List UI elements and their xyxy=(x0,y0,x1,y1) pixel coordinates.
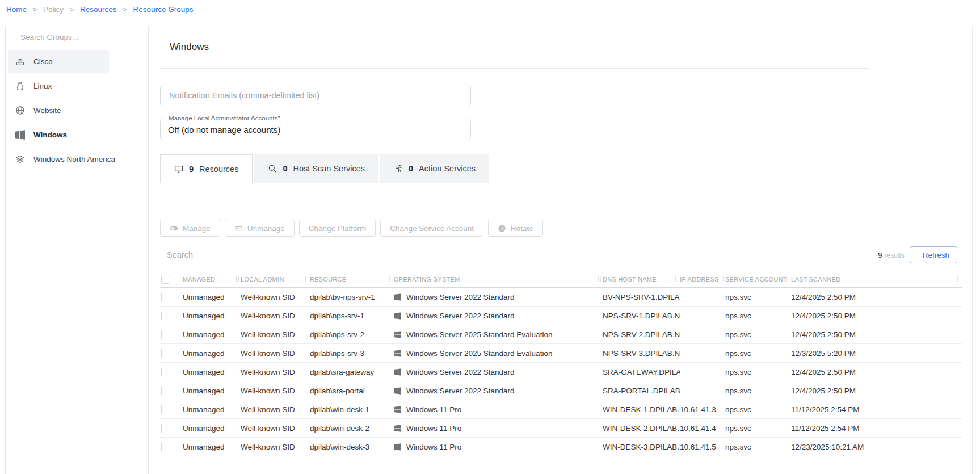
table-header-row: MANAGEDLOCAL ADMINRESOURCEOPERATING SYST… xyxy=(160,271,962,288)
breadcrumb-item-resource-groups[interactable]: Resource Groups xyxy=(133,5,194,14)
windows-icon xyxy=(394,443,401,451)
windows-icon xyxy=(394,368,401,376)
column-header-service-account[interactable]: SERVICE ACCOUNT xyxy=(725,271,791,287)
cell-resource: dpilab\nps-srv-2 xyxy=(310,330,394,339)
sidebar-item-windows[interactable]: Windows xyxy=(8,123,148,146)
notification-emails-input[interactable] xyxy=(168,90,463,100)
sidebar-item-label: Windows xyxy=(33,131,67,139)
column-header-ip-address[interactable]: IP ADDRESS xyxy=(680,271,725,287)
row-select-cell xyxy=(160,405,183,414)
column-resize-handle[interactable] xyxy=(598,276,601,282)
breadcrumb-item-home[interactable]: Home xyxy=(6,5,27,14)
cell-dns: NPS-SRV-2.DPILAB.NET xyxy=(603,330,680,339)
row-checkbox[interactable] xyxy=(161,405,162,414)
column-header-resource[interactable]: RESOURCE xyxy=(310,271,394,287)
row-checkbox[interactable] xyxy=(161,349,162,358)
row-checkbox[interactable] xyxy=(161,424,162,433)
sidebar-item-cisco[interactable]: Cisco xyxy=(8,50,148,73)
row-checkbox[interactable] xyxy=(161,293,162,301)
rotate-button[interactable]: Rotate xyxy=(488,220,543,237)
table-row[interactable]: UnmanagedWell-known SIDdpilab\bv-nps-srv… xyxy=(160,288,962,307)
table-row[interactable]: UnmanagedWell-known SIDdpilab\nps-srv-2W… xyxy=(160,325,962,344)
tab-resources[interactable]: 9Resources xyxy=(160,154,253,183)
cell-os: Windows Server 2025 Standard Evaluation xyxy=(394,349,603,358)
column-resize-handle[interactable] xyxy=(305,276,308,282)
table-search-input[interactable] xyxy=(166,250,336,260)
column-resize-handle[interactable] xyxy=(786,276,789,282)
cell-dns: NPS-SRV-1.DPILAB.NET xyxy=(603,312,680,320)
table-row[interactable]: UnmanagedWell-known SIDdpilab\win-desk-3… xyxy=(160,438,962,456)
column-resize-handle[interactable] xyxy=(721,276,724,282)
breadcrumb-item-policy[interactable]: Policy xyxy=(43,5,64,14)
manage-button[interactable]: Manage xyxy=(160,220,220,237)
header-divider xyxy=(160,68,869,69)
sidebar-item-linux[interactable]: Linux xyxy=(8,74,148,97)
add-group-button[interactable] xyxy=(139,36,141,39)
select-all-checkbox[interactable] xyxy=(161,275,170,284)
table-row[interactable]: UnmanagedWell-known SIDdpilab\win-desk-1… xyxy=(160,400,962,419)
globe-icon xyxy=(15,106,25,115)
row-select-cell xyxy=(160,424,183,433)
cell-os: Windows Server 2025 Standard Evaluation xyxy=(394,330,603,339)
cell-managed: Unmanaged xyxy=(183,405,241,414)
row-select-cell xyxy=(160,293,183,301)
column-header-local-admin[interactable]: LOCAL ADMIN xyxy=(241,271,310,287)
tab-count: 9 xyxy=(189,165,194,174)
column-resize-handle[interactable] xyxy=(236,276,239,282)
cell-managed: Unmanaged xyxy=(183,368,241,376)
row-checkbox[interactable] xyxy=(161,312,162,320)
cell-dns: SRA-GATEWAY.DPILAB.NET xyxy=(603,368,680,376)
tab-label: Resources xyxy=(199,165,238,174)
cell-service_account: nps.svc xyxy=(725,424,791,433)
cell-os: Windows 11 Pro xyxy=(394,443,603,451)
column-header-dns-host-name[interactable]: DNS HOST NAME xyxy=(603,271,680,287)
table-row[interactable]: UnmanagedWell-known SIDdpilab\nps-srv-1W… xyxy=(160,307,962,325)
windows-icon xyxy=(394,425,401,432)
tab-count: 0 xyxy=(409,164,413,173)
sidebar-item-label: Windows North America xyxy=(33,155,115,163)
breadcrumb-separator: > xyxy=(70,6,74,14)
table-body: UnmanagedWell-known SIDdpilab\bv-nps-srv… xyxy=(160,288,962,456)
sidebar-item-windows-north-america[interactable]: Windows North America xyxy=(8,148,148,170)
cell-dns: BV-NPS-SRV-1.DPILAB.NET xyxy=(603,293,680,301)
table-row[interactable]: UnmanagedWell-known SIDdpilab\nps-srv-3W… xyxy=(160,344,962,363)
column-header-label: DNS HOST NAME xyxy=(603,276,657,283)
column-header-operating-system[interactable]: OPERATING SYSTEM xyxy=(394,271,603,287)
column-header-label: OPERATING SYSTEM xyxy=(394,276,460,283)
runner-icon xyxy=(394,164,403,173)
breadcrumb-item-resources[interactable]: Resources xyxy=(80,5,117,14)
column-header-managed[interactable]: MANAGED xyxy=(183,271,241,287)
sidebar-item-website[interactable]: Website xyxy=(8,99,148,121)
column-resize-handle[interactable] xyxy=(389,276,392,282)
cell-dns: WIN-DESK-1.DPILAB.NET xyxy=(603,405,680,414)
table-row[interactable]: UnmanagedWell-known SIDdpilab\sra-gatewa… xyxy=(160,363,962,381)
cell-managed: Unmanaged xyxy=(183,312,241,320)
cell-last_scanned: 12/3/2025 5:20 PM xyxy=(791,349,962,358)
manage-accounts-dropdown[interactable]: Manage Local Administrator Accounts* Off… xyxy=(160,119,471,140)
toggle-off-icon xyxy=(234,224,243,233)
sidebar-item-main: Windows North America xyxy=(8,148,115,170)
unmanage-button[interactable]: Unmanage xyxy=(225,220,295,237)
tab-host-scan-services[interactable]: 0Host Scan Services xyxy=(254,154,378,183)
row-checkbox[interactable] xyxy=(161,368,162,376)
row-checkbox[interactable] xyxy=(161,330,162,339)
sidebar-item-main: Linux xyxy=(8,74,109,97)
table-row[interactable]: UnmanagedWell-known SIDdpilab\win-desk-2… xyxy=(160,419,962,438)
column-header-last-scanned[interactable]: LAST SCANNED xyxy=(791,271,962,287)
group-search-input[interactable] xyxy=(19,32,134,42)
cell-managed: Unmanaged xyxy=(183,443,241,451)
windows-icon xyxy=(394,406,401,413)
column-resize-handle[interactable] xyxy=(957,276,960,282)
row-checkbox[interactable] xyxy=(161,443,162,451)
tab-action-services[interactable]: 0Action Services xyxy=(380,154,489,183)
layers-icon xyxy=(15,154,25,164)
change-service-account-button[interactable]: Change Service Account xyxy=(380,220,483,237)
column-header-label: SERVICE ACCOUNT xyxy=(725,276,787,283)
change-platform-button[interactable]: Change Platform xyxy=(299,220,376,237)
table-row[interactable]: UnmanagedWell-known SIDdpilab\sra-portal… xyxy=(160,381,962,400)
column-resize-handle[interactable] xyxy=(675,276,678,282)
cell-ip: 10.61.41.5 xyxy=(680,443,725,451)
refresh-button[interactable]: Refresh xyxy=(910,246,957,263)
cell-resource: dpilab\nps-srv-3 xyxy=(310,349,394,358)
row-checkbox[interactable] xyxy=(161,387,162,395)
